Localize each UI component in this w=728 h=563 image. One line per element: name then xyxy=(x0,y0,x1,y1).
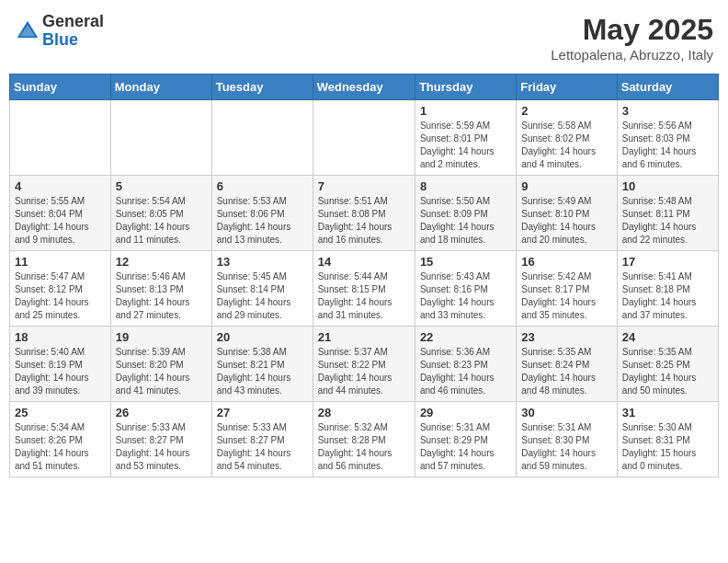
column-header-monday: Monday xyxy=(110,75,211,100)
calendar-table: SundayMondayTuesdayWednesdayThursdayFrid… xyxy=(9,74,719,477)
calendar-cell: 22Sunrise: 5:36 AM Sunset: 8:23 PM Dayli… xyxy=(415,327,516,402)
day-info: Sunrise: 5:30 AM Sunset: 8:31 PM Dayligh… xyxy=(622,421,713,473)
day-number: 31 xyxy=(622,406,713,419)
column-header-thursday: Thursday xyxy=(415,75,516,100)
calendar-cell: 15Sunrise: 5:43 AM Sunset: 8:16 PM Dayli… xyxy=(415,251,516,327)
day-info: Sunrise: 5:43 AM Sunset: 8:16 PM Dayligh… xyxy=(420,270,511,322)
day-info: Sunrise: 5:39 AM Sunset: 8:20 PM Dayligh… xyxy=(116,346,207,397)
day-number: 30 xyxy=(521,406,611,419)
day-info: Sunrise: 5:49 AM Sunset: 8:10 PM Dayligh… xyxy=(521,195,611,247)
column-header-sunday: Sunday xyxy=(10,75,111,100)
calendar-cell: 4Sunrise: 5:55 AM Sunset: 8:04 PM Daylig… xyxy=(10,176,111,251)
calendar-location: Lettopalena, Abruzzo, Italy xyxy=(551,47,713,63)
calendar-cell: 11Sunrise: 5:47 AM Sunset: 8:12 PM Dayli… xyxy=(10,251,111,327)
day-number: 9 xyxy=(521,179,611,193)
day-info: Sunrise: 5:38 AM Sunset: 8:21 PM Dayligh… xyxy=(217,346,308,397)
column-header-saturday: Saturday xyxy=(617,75,718,100)
day-number: 13 xyxy=(217,255,308,269)
calendar-cell: 18Sunrise: 5:40 AM Sunset: 8:19 PM Dayli… xyxy=(10,327,111,402)
calendar-cell: 24Sunrise: 5:35 AM Sunset: 8:25 PM Dayli… xyxy=(617,327,718,402)
calendar-cell: 10Sunrise: 5:48 AM Sunset: 8:11 PM Dayli… xyxy=(617,176,718,251)
day-number: 25 xyxy=(15,406,106,419)
day-number: 4 xyxy=(15,179,106,193)
calendar-cell xyxy=(10,100,111,176)
calendar-week-row: 25Sunrise: 5:34 AM Sunset: 8:26 PM Dayli… xyxy=(10,402,719,477)
page-header: General Blue May 2025 Lettopalena, Abruz… xyxy=(9,9,719,66)
day-number: 2 xyxy=(521,104,611,118)
day-number: 1 xyxy=(420,104,511,118)
day-number: 28 xyxy=(318,406,410,419)
calendar-week-row: 18Sunrise: 5:40 AM Sunset: 8:19 PM Dayli… xyxy=(10,327,719,402)
calendar-week-row: 11Sunrise: 5:47 AM Sunset: 8:12 PM Dayli… xyxy=(10,251,719,327)
calendar-cell: 17Sunrise: 5:41 AM Sunset: 8:18 PM Dayli… xyxy=(617,251,718,327)
day-info: Sunrise: 5:59 AM Sunset: 8:01 PM Dayligh… xyxy=(420,120,511,171)
calendar-cell: 9Sunrise: 5:49 AM Sunset: 8:10 PM Daylig… xyxy=(517,176,617,251)
calendar-cell: 3Sunrise: 5:56 AM Sunset: 8:03 PM Daylig… xyxy=(617,100,718,176)
calendar-cell xyxy=(110,100,211,176)
logo-general-text: General xyxy=(42,13,104,31)
day-number: 18 xyxy=(15,330,106,344)
calendar-header-row: SundayMondayTuesdayWednesdayThursdayFrid… xyxy=(10,75,719,100)
day-info: Sunrise: 5:35 AM Sunset: 8:25 PM Dayligh… xyxy=(622,346,713,397)
day-info: Sunrise: 5:31 AM Sunset: 8:30 PM Dayligh… xyxy=(521,421,611,473)
calendar-title: May 2025 xyxy=(551,13,713,47)
calendar-cell: 30Sunrise: 5:31 AM Sunset: 8:30 PM Dayli… xyxy=(517,402,617,477)
day-number: 8 xyxy=(420,179,511,193)
day-info: Sunrise: 5:47 AM Sunset: 8:12 PM Dayligh… xyxy=(15,270,106,322)
calendar-cell: 25Sunrise: 5:34 AM Sunset: 8:26 PM Dayli… xyxy=(10,402,111,477)
day-info: Sunrise: 5:33 AM Sunset: 8:27 PM Dayligh… xyxy=(217,421,308,473)
day-info: Sunrise: 5:42 AM Sunset: 8:17 PM Dayligh… xyxy=(521,270,611,322)
day-info: Sunrise: 5:37 AM Sunset: 8:22 PM Dayligh… xyxy=(318,346,410,397)
logo-blue-text: Blue xyxy=(42,31,104,50)
calendar-cell: 20Sunrise: 5:38 AM Sunset: 8:21 PM Dayli… xyxy=(211,327,313,402)
calendar-cell: 1Sunrise: 5:59 AM Sunset: 8:01 PM Daylig… xyxy=(415,100,516,176)
day-number: 29 xyxy=(420,406,511,419)
calendar-cell xyxy=(313,100,415,176)
calendar-cell xyxy=(211,100,313,176)
calendar-cell: 5Sunrise: 5:54 AM Sunset: 8:05 PM Daylig… xyxy=(110,176,211,251)
calendar-week-row: 1Sunrise: 5:59 AM Sunset: 8:01 PM Daylig… xyxy=(10,100,719,176)
calendar-cell: 19Sunrise: 5:39 AM Sunset: 8:20 PM Dayli… xyxy=(110,327,211,402)
day-info: Sunrise: 5:50 AM Sunset: 8:09 PM Dayligh… xyxy=(420,195,511,247)
day-number: 5 xyxy=(116,179,207,193)
day-number: 19 xyxy=(116,330,207,344)
calendar-cell: 13Sunrise: 5:45 AM Sunset: 8:14 PM Dayli… xyxy=(211,251,313,327)
day-info: Sunrise: 5:34 AM Sunset: 8:26 PM Dayligh… xyxy=(15,421,106,473)
calendar-cell: 31Sunrise: 5:30 AM Sunset: 8:31 PM Dayli… xyxy=(617,402,718,477)
day-number: 21 xyxy=(318,330,410,344)
day-number: 7 xyxy=(318,179,410,193)
day-info: Sunrise: 5:44 AM Sunset: 8:15 PM Dayligh… xyxy=(318,270,410,322)
logo-icon xyxy=(15,18,40,44)
calendar-cell: 2Sunrise: 5:58 AM Sunset: 8:02 PM Daylig… xyxy=(517,100,617,176)
day-number: 12 xyxy=(116,255,207,269)
calendar-cell: 7Sunrise: 5:51 AM Sunset: 8:08 PM Daylig… xyxy=(313,176,415,251)
title-block: May 2025 Lettopalena, Abruzzo, Italy xyxy=(551,13,713,63)
calendar-cell: 12Sunrise: 5:46 AM Sunset: 8:13 PM Dayli… xyxy=(110,251,211,327)
calendar-cell: 28Sunrise: 5:32 AM Sunset: 8:28 PM Dayli… xyxy=(313,402,415,477)
day-info: Sunrise: 5:35 AM Sunset: 8:24 PM Dayligh… xyxy=(521,346,611,397)
calendar-cell: 27Sunrise: 5:33 AM Sunset: 8:27 PM Dayli… xyxy=(211,402,313,477)
calendar-week-row: 4Sunrise: 5:55 AM Sunset: 8:04 PM Daylig… xyxy=(10,176,719,251)
day-number: 15 xyxy=(420,255,511,269)
day-info: Sunrise: 5:31 AM Sunset: 8:29 PM Dayligh… xyxy=(420,421,511,473)
day-info: Sunrise: 5:54 AM Sunset: 8:05 PM Dayligh… xyxy=(116,195,207,247)
day-number: 14 xyxy=(318,255,410,269)
day-number: 23 xyxy=(521,330,611,344)
day-number: 26 xyxy=(116,406,207,419)
calendar-cell: 8Sunrise: 5:50 AM Sunset: 8:09 PM Daylig… xyxy=(415,176,516,251)
day-number: 24 xyxy=(622,330,713,344)
day-info: Sunrise: 5:58 AM Sunset: 8:02 PM Dayligh… xyxy=(521,120,611,171)
day-info: Sunrise: 5:40 AM Sunset: 8:19 PM Dayligh… xyxy=(15,346,106,397)
calendar-cell: 14Sunrise: 5:44 AM Sunset: 8:15 PM Dayli… xyxy=(313,251,415,327)
logo: General Blue xyxy=(15,13,104,50)
day-info: Sunrise: 5:48 AM Sunset: 8:11 PM Dayligh… xyxy=(622,195,713,247)
day-info: Sunrise: 5:36 AM Sunset: 8:23 PM Dayligh… xyxy=(420,346,511,397)
day-info: Sunrise: 5:51 AM Sunset: 8:08 PM Dayligh… xyxy=(318,195,410,247)
day-number: 3 xyxy=(622,104,713,118)
day-number: 6 xyxy=(217,179,308,193)
day-info: Sunrise: 5:41 AM Sunset: 8:18 PM Dayligh… xyxy=(622,270,713,322)
day-number: 17 xyxy=(622,255,713,269)
day-number: 10 xyxy=(622,179,713,193)
day-info: Sunrise: 5:56 AM Sunset: 8:03 PM Dayligh… xyxy=(622,120,713,171)
day-info: Sunrise: 5:53 AM Sunset: 8:06 PM Dayligh… xyxy=(217,195,308,247)
